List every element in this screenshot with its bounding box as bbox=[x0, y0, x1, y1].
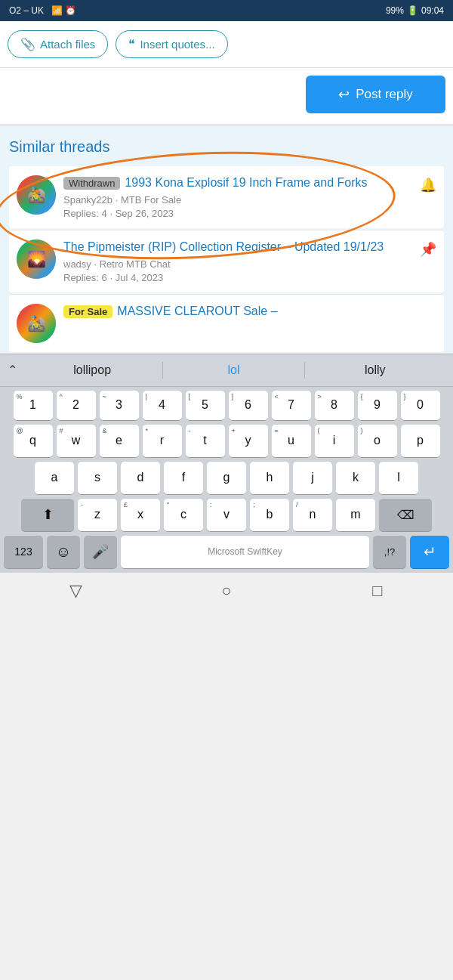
key-r[interactable]: * r bbox=[143, 425, 182, 458]
post-reply-bar: ↩ Post reply bbox=[0, 68, 453, 126]
key-v[interactable]: : v bbox=[207, 499, 246, 532]
insert-quotes-button[interactable]: ❝ Insert quotes... bbox=[116, 30, 227, 58]
keyboard-row-zxcv: ⬆ - z £ x " c : v ; b / n m ⌫ bbox=[0, 495, 453, 532]
microphone-key[interactable]: 🎤 bbox=[84, 536, 117, 569]
key-i[interactable]: ( i bbox=[315, 425, 354, 458]
key-c[interactable]: " c bbox=[164, 499, 203, 532]
key-5[interactable]: [ 5 bbox=[186, 391, 225, 421]
key-j[interactable]: j bbox=[293, 462, 332, 495]
key-s[interactable]: s bbox=[78, 462, 117, 495]
thread-title-line: Withdrawn 1993 Kona Explosif 19 Inch Fra… bbox=[63, 175, 412, 191]
thread-title[interactable]: MASSIVE CLEAROUT Sale – bbox=[117, 304, 277, 320]
replies-label: Replies: bbox=[63, 272, 102, 283]
avatar: 🌄 bbox=[17, 240, 56, 279]
thread-item[interactable]: 🚵 Withdrawn 1993 Kona Explosif 19 Inch F… bbox=[9, 166, 444, 228]
battery-icon: 🔋 bbox=[407, 5, 418, 16]
suggestion-3[interactable]: lolly bbox=[305, 360, 445, 380]
status-bar: O2 – UK 📶 ⏰ 99% 🔋 09:04 bbox=[0, 0, 453, 21]
suggestion-1[interactable]: lollipop bbox=[22, 360, 162, 380]
key-e[interactable]: & e bbox=[100, 425, 139, 458]
key-d[interactable]: d bbox=[121, 462, 160, 495]
thread-title[interactable]: 1993 Kona Explosif 19 Inch Frame and For… bbox=[125, 175, 367, 191]
key-h[interactable]: h bbox=[250, 462, 289, 495]
withdrawn-badge: Withdrawn bbox=[63, 177, 120, 190]
key-z[interactable]: - z bbox=[78, 499, 117, 532]
keyboard-row-asdf: a s d f g h j k l bbox=[0, 458, 453, 495]
keyboard: % 1 ^ 2 ~ 3 | 4 [ 5 ] 6 < 7 > 8 bbox=[0, 387, 453, 573]
key-9[interactable]: { 9 bbox=[358, 391, 397, 421]
key-sub-pipe: | bbox=[146, 393, 147, 400]
key-sub-paren-r: ) bbox=[361, 427, 363, 434]
recents-button[interactable]: □ bbox=[359, 578, 396, 604]
key-l[interactable]: l bbox=[379, 462, 418, 495]
thread-title-line: The Pipmeister (RIP) Collection Register… bbox=[63, 240, 412, 255]
similar-threads-section: Similar threads 🚵 Withdrawn 1993 Kona Ex… bbox=[0, 126, 453, 352]
key-sub-bracket-l: [ bbox=[189, 393, 191, 400]
key-m[interactable]: m bbox=[336, 499, 375, 532]
thread-meta-2: Replies: 4 · Sep 26, 2023 bbox=[63, 208, 412, 219]
home-button[interactable]: ○ bbox=[208, 578, 245, 604]
key-g[interactable]: g bbox=[207, 462, 246, 495]
meta-sep2: · bbox=[109, 272, 115, 283]
punctuation-key[interactable]: ,!? bbox=[373, 536, 406, 569]
attach-files-button[interactable]: 📎 Attach files bbox=[8, 30, 108, 58]
thread-category: Retro MTB Chat bbox=[100, 258, 171, 270]
thread-meta-2: Replies: 6 · Jul 4, 2023 bbox=[63, 272, 412, 283]
similar-threads-title: Similar threads bbox=[9, 138, 444, 156]
back-button[interactable]: ▽ bbox=[57, 578, 94, 604]
thread-item[interactable]: 🌄 The Pipmeister (RIP) Collection Regist… bbox=[9, 230, 444, 292]
key-123[interactable]: 123 bbox=[4, 536, 43, 569]
suggestion-2[interactable]: lol bbox=[163, 360, 304, 380]
key-sub-minus: - bbox=[189, 427, 191, 434]
post-reply-button[interactable]: ↩ Post reply bbox=[306, 76, 445, 113]
pin-icon: 📌 bbox=[420, 241, 436, 258]
key-p[interactable]: p bbox=[401, 425, 440, 458]
key-4[interactable]: | 4 bbox=[143, 391, 182, 421]
key-k[interactable]: k bbox=[336, 462, 375, 495]
key-sub-gt: > bbox=[318, 393, 322, 400]
key-7[interactable]: < 7 bbox=[272, 391, 311, 421]
key-a[interactable]: a bbox=[35, 462, 74, 495]
key-1[interactable]: % 1 bbox=[14, 391, 53, 421]
emoji-key[interactable]: ☺ bbox=[47, 536, 80, 569]
key-t[interactable]: - t bbox=[186, 425, 225, 458]
key-2[interactable]: ^ 2 bbox=[57, 391, 96, 421]
thread-content: The Pipmeister (RIP) Collection Register… bbox=[63, 240, 412, 283]
key-w[interactable]: # w bbox=[57, 425, 96, 458]
key-3[interactable]: ~ 3 bbox=[100, 391, 139, 421]
shift-key[interactable]: ⬆ bbox=[21, 499, 74, 532]
backspace-key[interactable]: ⌫ bbox=[379, 499, 432, 532]
key-u[interactable]: = u bbox=[272, 425, 311, 458]
signal-icon: 📶 bbox=[51, 5, 63, 16]
thread-item[interactable]: 🚵 For Sale MASSIVE CLEAROUT Sale – bbox=[9, 294, 444, 352]
key-sub-dash: - bbox=[81, 501, 83, 509]
key-8[interactable]: > 8 bbox=[315, 391, 354, 421]
thread-author: wadsy bbox=[63, 258, 91, 270]
key-q[interactable]: @ q bbox=[14, 425, 53, 458]
meta-separator: · bbox=[116, 194, 121, 206]
key-f[interactable]: f bbox=[164, 462, 203, 495]
key-0[interactable]: } 0 bbox=[401, 391, 440, 421]
key-sub-star: * bbox=[146, 427, 149, 434]
insert-quotes-label: Insert quotes... bbox=[140, 38, 214, 51]
enter-key[interactable]: ↵ bbox=[410, 536, 449, 569]
paperclip-icon: 📎 bbox=[20, 37, 35, 51]
key-b[interactable]: ; b bbox=[250, 499, 289, 532]
key-sub-slash: / bbox=[296, 501, 298, 509]
thread-meta: wadsy · Retro MTB Chat bbox=[63, 258, 412, 270]
key-sub-brace-r: } bbox=[404, 393, 406, 400]
keyboard-row-qwerty: @ q # w & e * r - t + y = u ( i bbox=[0, 421, 453, 458]
key-n[interactable]: / n bbox=[293, 499, 332, 532]
key-sub-pound: £ bbox=[124, 501, 128, 509]
bell-icon: 🔔 bbox=[420, 177, 436, 193]
key-6[interactable]: ] 6 bbox=[229, 391, 268, 421]
action-bar: 📎 Attach files ❝ Insert quotes... bbox=[0, 21, 453, 68]
chevron-up-icon[interactable]: ⌃ bbox=[8, 363, 17, 377]
space-key[interactable]: Microsoft SwiftKey bbox=[121, 536, 369, 569]
thread-title[interactable]: The Pipmeister (RIP) Collection Register… bbox=[63, 240, 384, 255]
key-y[interactable]: + y bbox=[229, 425, 268, 458]
thread-meta: Spanky22b · MTB For Sale bbox=[63, 194, 412, 206]
keyboard-bottom-row: 123 ☺ 🎤 Microsoft SwiftKey ,!? ↵ bbox=[0, 532, 453, 573]
key-o[interactable]: ) o bbox=[358, 425, 397, 458]
key-x[interactable]: £ x bbox=[121, 499, 160, 532]
